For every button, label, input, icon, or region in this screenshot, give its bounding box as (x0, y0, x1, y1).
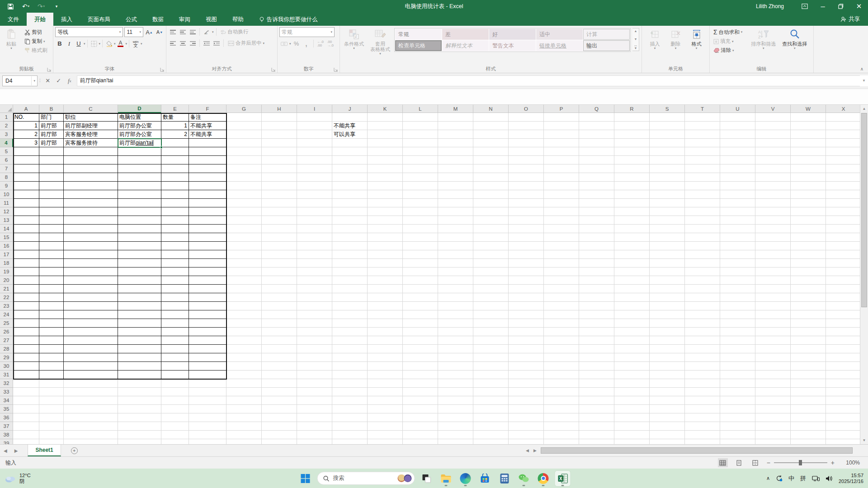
cell-R35[interactable] (614, 405, 650, 413)
cell-B36[interactable] (39, 413, 64, 422)
cell-X36[interactable] (826, 413, 861, 422)
cell-O35[interactable] (509, 405, 544, 413)
cell-W3[interactable] (791, 130, 826, 139)
cell-T37[interactable] (685, 422, 720, 431)
cell-T33[interactable] (685, 388, 720, 396)
cell-E21[interactable] (161, 285, 189, 293)
cell-E31[interactable] (161, 371, 189, 379)
cell-G17[interactable] (226, 250, 262, 259)
cell-Q7[interactable] (579, 164, 614, 173)
cell-N10[interactable] (473, 190, 509, 199)
cell-N17[interactable] (473, 250, 509, 259)
cell-R14[interactable] (614, 225, 650, 233)
cell-T35[interactable] (685, 405, 720, 413)
cell-K22[interactable] (368, 293, 403, 302)
cell-L4[interactable] (403, 139, 438, 147)
cell-N32[interactable] (473, 379, 509, 388)
cell-T14[interactable] (685, 225, 720, 233)
cell-O2[interactable] (509, 122, 544, 130)
cell-D13[interactable] (118, 216, 161, 225)
cell-G30[interactable] (226, 362, 262, 371)
col-header-D[interactable]: D (118, 105, 161, 113)
cell-T22[interactable] (685, 293, 720, 302)
cell-O9[interactable] (509, 182, 544, 190)
cell-W7[interactable] (791, 164, 826, 173)
cell-F33[interactable] (189, 388, 226, 396)
cell-X1[interactable] (826, 113, 861, 122)
decrease-decimal-icon[interactable]: .00→.0 (326, 39, 335, 48)
cell-S26[interactable] (650, 328, 685, 336)
cell-K20[interactable] (368, 276, 403, 285)
cell-G22[interactable] (226, 293, 262, 302)
cell-N30[interactable] (473, 362, 509, 371)
cell-W14[interactable] (791, 225, 826, 233)
cell-L3[interactable] (403, 130, 438, 139)
cell-L37[interactable] (403, 422, 438, 431)
cell-E15[interactable] (161, 233, 189, 242)
font-color-icon[interactable]: A (116, 39, 125, 48)
cell-H19[interactable] (262, 267, 297, 276)
cell-M17[interactable] (438, 250, 473, 259)
cell-O8[interactable] (509, 173, 544, 182)
cell-K25[interactable] (368, 319, 403, 328)
row-header-13[interactable]: 13 (0, 216, 13, 225)
cell-U9[interactable] (720, 182, 755, 190)
col-header-A[interactable]: A (13, 105, 39, 113)
cell-H5[interactable] (262, 147, 297, 156)
cell-S16[interactable] (650, 242, 685, 250)
cell-G14[interactable] (226, 225, 262, 233)
cell-S2[interactable] (650, 122, 685, 130)
cell-L20[interactable] (403, 276, 438, 285)
cell-X14[interactable] (826, 225, 861, 233)
cell-O3[interactable] (509, 130, 544, 139)
cell-D5[interactable] (118, 147, 161, 156)
cell-V23[interactable] (755, 302, 791, 310)
cell-O6[interactable] (509, 156, 544, 164)
fill-button[interactable]: 填充▾ (712, 37, 744, 46)
cell-V13[interactable] (755, 216, 791, 225)
cell-E29[interactable] (161, 353, 189, 362)
cell-U10[interactable] (720, 190, 755, 199)
cell-E2[interactable]: 1 (161, 122, 189, 130)
cell-S22[interactable] (650, 293, 685, 302)
cell-P37[interactable] (544, 422, 579, 431)
cell-W36[interactable] (791, 413, 826, 422)
cell-H39[interactable] (262, 439, 297, 444)
cell-B1[interactable]: 部门 (39, 113, 64, 122)
cell-L21[interactable] (403, 285, 438, 293)
cell-B38[interactable] (39, 431, 64, 439)
cell-K13[interactable] (368, 216, 403, 225)
cell-L29[interactable] (403, 353, 438, 362)
cell-X21[interactable] (826, 285, 861, 293)
cell-K35[interactable] (368, 405, 403, 413)
cell-I12[interactable] (297, 207, 332, 216)
cell-U7[interactable] (720, 164, 755, 173)
cell-B22[interactable] (39, 293, 64, 302)
cell-X18[interactable] (826, 259, 861, 267)
cell-E32[interactable] (161, 379, 189, 388)
cell-B4[interactable]: 前厅部 (39, 139, 64, 147)
cell-K1[interactable] (368, 113, 403, 122)
cell-M15[interactable] (438, 233, 473, 242)
cell-X37[interactable] (826, 422, 861, 431)
cell-D9[interactable] (118, 182, 161, 190)
cell-X6[interactable] (826, 156, 861, 164)
cell-L23[interactable] (403, 302, 438, 310)
row-header-12[interactable]: 12 (0, 207, 13, 216)
cell-B17[interactable] (39, 250, 64, 259)
cell-H31[interactable] (262, 371, 297, 379)
cell-X29[interactable] (826, 353, 861, 362)
cell-P16[interactable] (544, 242, 579, 250)
cell-B6[interactable] (39, 156, 64, 164)
cell-E34[interactable] (161, 396, 189, 405)
style-normal[interactable]: 常规 (395, 29, 442, 40)
cell-B9[interactable] (39, 182, 64, 190)
cell-O4[interactable] (509, 139, 544, 147)
cell-U30[interactable] (720, 362, 755, 371)
cell-M37[interactable] (438, 422, 473, 431)
cell-N34[interactable] (473, 396, 509, 405)
cell-J37[interactable] (332, 422, 368, 431)
cell-H26[interactable] (262, 328, 297, 336)
cell-K16[interactable] (368, 242, 403, 250)
autosum-button[interactable]: Σ 自动求和▾ (712, 28, 744, 37)
